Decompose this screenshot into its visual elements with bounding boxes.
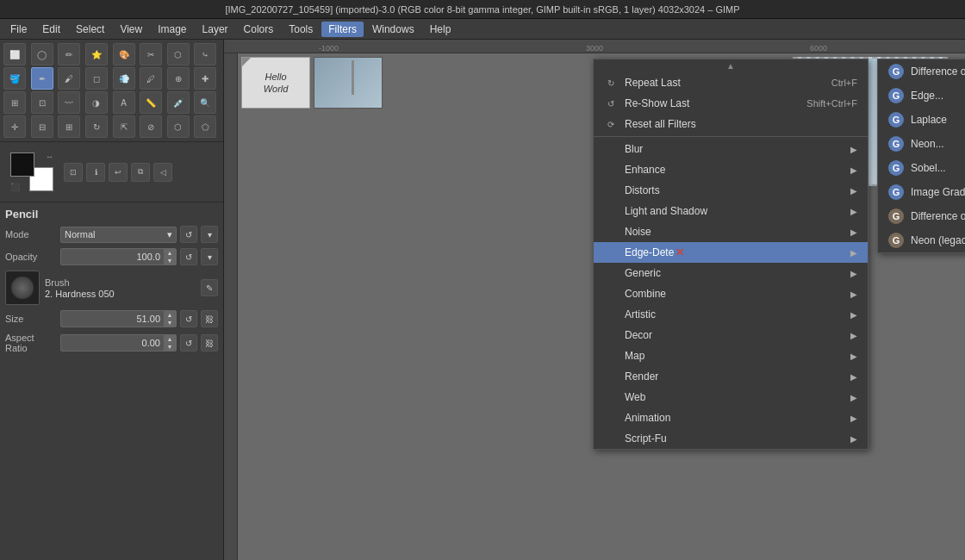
- size-spinbox[interactable]: 51.00 ▲ ▼: [60, 310, 177, 327]
- edge-detect-diff-gaussians[interactable]: G Difference of Gaussians...: [878, 59, 965, 84]
- filters-animation[interactable]: Animation ▶: [594, 408, 868, 428]
- menu-view[interactable]: View: [113, 22, 149, 37]
- menu-select[interactable]: Select: [69, 22, 111, 37]
- menu-windows[interactable]: Windows: [365, 22, 421, 37]
- aspect-ratio-chain-icon[interactable]: ⛓: [201, 334, 218, 352]
- tool-measure[interactable]: 📏: [140, 91, 162, 114]
- opacity-history-icon[interactable]: ▾: [201, 248, 218, 265]
- tool-paintbrush[interactable]: 🖌: [58, 67, 80, 90]
- menu-filters[interactable]: Filters: [321, 22, 364, 37]
- filters-web[interactable]: Web ▶: [594, 387, 868, 408]
- filters-blur[interactable]: Blur ▶: [594, 139, 868, 159]
- tool-foreground-select[interactable]: ⬡: [167, 43, 190, 65]
- info-icon[interactable]: ℹ: [86, 163, 105, 182]
- reset-colors-icon[interactable]: ⬛: [10, 183, 20, 191]
- tool-smudge[interactable]: 〰: [58, 91, 80, 114]
- aspect-ratio-up-arrow[interactable]: ▲: [164, 335, 176, 343]
- fg-bg-color-selector[interactable]: ↔ ⬛: [10, 152, 53, 191]
- menu-file[interactable]: File: [3, 22, 34, 37]
- aspect-ratio-arrows[interactable]: ▲ ▼: [164, 335, 176, 351]
- swap-colors-icon[interactable]: ↔: [46, 152, 53, 161]
- aspect-ratio-reset-icon[interactable]: ↺: [180, 334, 197, 352]
- menu-edit[interactable]: Edit: [35, 22, 67, 37]
- filters-distorts[interactable]: Distorts ▶: [594, 180, 868, 201]
- edge-detect-laplace[interactable]: G Laplace: [878, 108, 965, 132]
- filters-render[interactable]: Render ▶: [594, 366, 868, 387]
- edge-detect-diff-gaussians-legacy[interactable]: G Difference of Gaussians (legacy)...: [878, 204, 965, 228]
- tool-dodge-burn[interactable]: ◑: [85, 91, 108, 114]
- edge-detect-neon[interactable]: G Neon...: [878, 132, 965, 156]
- collapse-icon[interactable]: ◁: [153, 163, 172, 182]
- tool-free-select[interactable]: ✏: [58, 43, 80, 65]
- zoom-fit-icon[interactable]: ⊡: [64, 163, 83, 182]
- filters-noise[interactable]: Noise ▶: [594, 221, 868, 242]
- tool-eraser[interactable]: ◻: [85, 67, 108, 90]
- size-reset-icon[interactable]: ↺: [180, 310, 197, 327]
- tool-shear[interactable]: ⊘: [140, 115, 162, 138]
- tool-rectangle-select[interactable]: ⬜: [3, 43, 26, 65]
- tool-ink[interactable]: 🖊: [140, 67, 162, 90]
- tool-perspective[interactable]: ⬡: [167, 115, 190, 138]
- edge-detect-edge[interactable]: G Edge...: [878, 84, 965, 108]
- filters-script-fu[interactable]: Script-Fu ▶: [594, 428, 868, 449]
- tool-blur-sharpen[interactable]: ⊡: [31, 91, 53, 114]
- opacity-down-arrow[interactable]: ▼: [164, 257, 176, 264]
- edge-detect-submenu[interactable]: G Difference of Gaussians... G Edge... G…: [877, 59, 965, 253]
- layers-icon[interactable]: ⧉: [131, 163, 150, 182]
- tool-text[interactable]: A: [113, 91, 135, 114]
- brush-preview[interactable]: [5, 271, 40, 305]
- filters-generic[interactable]: Generic ▶: [594, 263, 868, 283]
- tool-crop[interactable]: ⊞: [58, 115, 80, 138]
- tool-rotate[interactable]: ↻: [85, 115, 108, 138]
- filters-repeat-last[interactable]: ↻ Repeat Last Ctrl+F: [594, 72, 868, 93]
- tool-ellipse-select[interactable]: ◯: [31, 43, 53, 65]
- foreground-color-swatch[interactable]: [10, 152, 34, 177]
- filters-artistic[interactable]: Artistic ▶: [594, 304, 868, 325]
- opacity-spinbox[interactable]: 100.0 ▲ ▼: [60, 248, 177, 265]
- mode-dropdown[interactable]: Normal ▾: [60, 227, 177, 243]
- tool-fuzzy-select[interactable]: ⭐: [85, 43, 108, 65]
- tool-zoom[interactable]: 🔍: [194, 91, 216, 114]
- brush-edit-icon[interactable]: ✎: [201, 279, 218, 296]
- filters-reset-all[interactable]: ⟳ Reset all Filters: [594, 114, 868, 134]
- tool-select-by-color[interactable]: 🎨: [113, 43, 135, 65]
- history-icon[interactable]: ↩: [109, 163, 128, 182]
- size-up-arrow[interactable]: ▲: [164, 311, 176, 319]
- filters-light-shadow[interactable]: Light and Shadow ▶: [594, 201, 868, 221]
- edge-detect-sobel[interactable]: G Sobel...: [878, 156, 965, 180]
- aspect-ratio-down-arrow[interactable]: ▼: [164, 343, 176, 351]
- tool-move[interactable]: ✛: [3, 115, 26, 138]
- menu-help[interactable]: Help: [423, 22, 458, 37]
- aspect-ratio-spinbox[interactable]: 0.00 ▲ ▼: [60, 334, 177, 352]
- opacity-reset-icon[interactable]: ↺: [180, 248, 197, 265]
- size-arrows[interactable]: ▲ ▼: [164, 311, 176, 327]
- tool-heal[interactable]: ✚: [194, 67, 216, 90]
- mode-history-icon[interactable]: ▾: [201, 226, 218, 243]
- menu-layer[interactable]: Layer: [196, 22, 235, 37]
- filters-map[interactable]: Map ▶: [594, 345, 868, 366]
- edge-detect-neon-legacy[interactable]: G Neon (legacy)...: [878, 228, 965, 252]
- filters-edge-detect[interactable]: Edge-Dete✕ ▶: [594, 242, 868, 263]
- mode-reset-icon[interactable]: ↺: [180, 226, 197, 243]
- opacity-arrows[interactable]: ▲ ▼: [164, 249, 176, 264]
- tool-paint-bucket[interactable]: 🪣: [3, 67, 26, 90]
- tool-align[interactable]: ⊟: [31, 115, 53, 138]
- size-down-arrow[interactable]: ▼: [164, 319, 176, 327]
- tool-scale[interactable]: ⇱: [113, 115, 135, 138]
- tool-pencil[interactable]: ✒: [31, 67, 53, 90]
- menu-colors[interactable]: Colors: [237, 22, 281, 37]
- edge-detect-image-gradient[interactable]: G Image Gradient...: [878, 180, 965, 204]
- tool-scissors[interactable]: ✂: [140, 43, 162, 65]
- tool-color-picker[interactable]: 💉: [167, 91, 190, 114]
- menu-image[interactable]: Image: [151, 22, 193, 37]
- filters-enhance[interactable]: Enhance ▶: [594, 159, 868, 180]
- tool-perspective-clone[interactable]: ⊞: [3, 91, 26, 114]
- filters-dropdown-menu[interactable]: ▲ ↻ Repeat Last Ctrl+F ↺ Re-Show Last Sh…: [593, 59, 868, 450]
- size-chain-icon[interactable]: ⛓: [201, 310, 218, 327]
- tool-airbrush[interactable]: 💨: [113, 67, 135, 90]
- menu-tools[interactable]: Tools: [282, 22, 320, 37]
- tool-transform-3d[interactable]: ⬠: [194, 115, 216, 138]
- filters-decor[interactable]: Decor ▶: [594, 325, 868, 345]
- filters-combine[interactable]: Combine ▶: [594, 283, 868, 304]
- tool-clone[interactable]: ⊕: [167, 67, 190, 90]
